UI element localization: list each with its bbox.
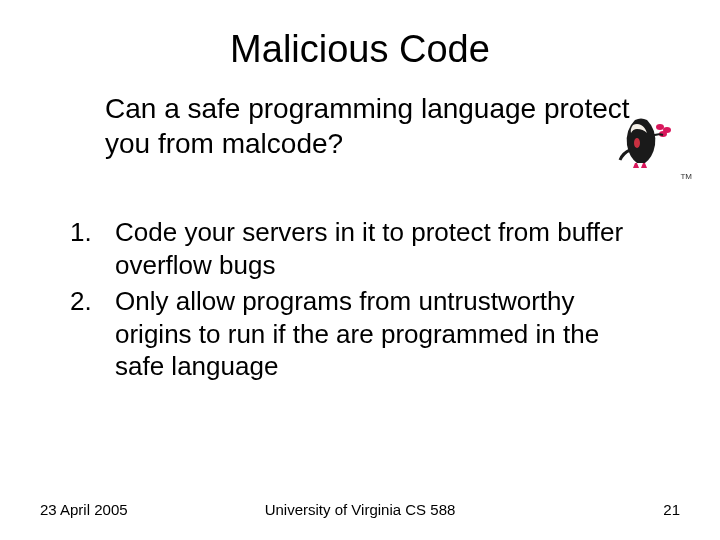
slide-title: Malicious Code xyxy=(40,28,680,71)
slide: Malicious Code Can a safe programming la… xyxy=(0,0,720,540)
numbered-list: Code your servers in it to protect from … xyxy=(70,216,650,383)
footer-center: University of Virginia CS 588 xyxy=(265,501,456,518)
svg-point-0 xyxy=(656,124,664,130)
duke-mascot-icon xyxy=(615,115,680,170)
list-item: Only allow programs from untrustworthy o… xyxy=(70,285,650,383)
footer-date: 23 April 2005 xyxy=(40,501,128,518)
footer: 23 April 2005 University of Virginia CS … xyxy=(0,501,720,518)
question-text: Can a safe programming language protect … xyxy=(105,91,650,161)
svg-point-3 xyxy=(634,138,640,148)
tm-label: TM xyxy=(680,172,692,181)
list-item: Code your servers in it to protect from … xyxy=(70,216,650,281)
page-number: 21 xyxy=(663,501,680,518)
